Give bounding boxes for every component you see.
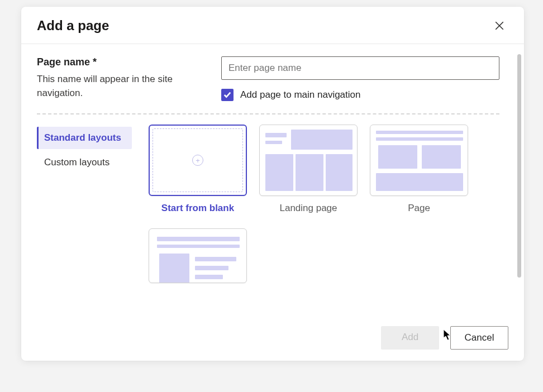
dialog-body: Page name * This name will appear in the… (21, 44, 524, 361)
tab-custom-layouts[interactable]: Custom layouts (37, 151, 132, 174)
scroll-region: Page name * This name will appear in the… (21, 44, 515, 361)
close-button[interactable] (490, 17, 508, 35)
layout-label-page: Page (408, 203, 430, 214)
layout-thumb-landing (259, 125, 358, 196)
page-name-label: Page name * (37, 56, 204, 68)
page-name-controls: Add page to main navigation (221, 56, 499, 101)
dialog-footer: Add Cancel (381, 326, 508, 350)
add-page-dialog: Add a page Page name * This name will ap… (21, 7, 524, 361)
page-name-input[interactable] (221, 56, 499, 80)
layout-option-blank[interactable]: + Start from blank (149, 125, 247, 214)
layout-tabs: Standard layouts Custom layouts (37, 125, 132, 283)
layout-grid: + Start from blank Landing page (149, 125, 499, 283)
dialog-title: Add a page (37, 18, 109, 34)
add-button[interactable]: Add (381, 326, 439, 350)
page-name-label-group: Page name * This name will appear in the… (37, 56, 204, 100)
layouts-area: Standard layouts Custom layouts + Start … (37, 125, 499, 283)
layout-option-landing[interactable]: Landing page (259, 125, 358, 214)
layout-option-page[interactable]: Page (370, 125, 468, 214)
add-to-nav-label: Add page to main navigation (240, 89, 361, 101)
layout-option-article[interactable] (149, 228, 247, 283)
cancel-button[interactable]: Cancel (450, 326, 508, 350)
page-name-row: Page name * This name will appear in the… (37, 56, 499, 113)
add-to-nav-checkbox[interactable] (221, 89, 234, 101)
layout-thumb-article (149, 228, 247, 283)
layout-label-blank: Start from blank (161, 203, 234, 214)
dialog-header: Add a page (21, 7, 524, 44)
layout-thumb-page (370, 125, 468, 196)
close-icon (494, 21, 504, 31)
section-divider (37, 113, 499, 114)
plus-icon: + (192, 155, 203, 166)
page-name-help: This name will appear in the site naviga… (37, 73, 204, 100)
layout-thumb-blank: + (149, 125, 247, 196)
checkmark-icon (223, 91, 231, 99)
add-to-nav-row: Add page to main navigation (221, 89, 499, 101)
layout-label-landing: Landing page (279, 203, 337, 214)
vertical-scrollbar[interactable] (517, 54, 521, 278)
tab-standard-layouts[interactable]: Standard layouts (37, 127, 132, 149)
